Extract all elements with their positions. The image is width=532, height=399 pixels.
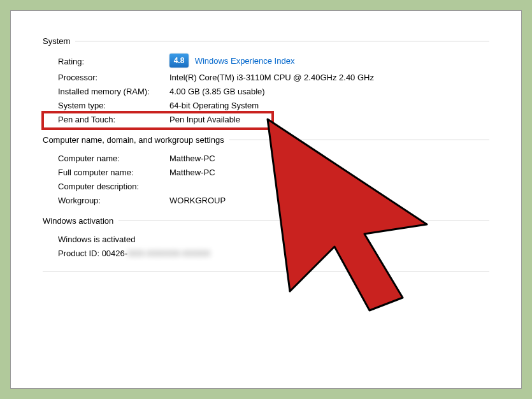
computer-name-label: Computer name:	[58, 154, 169, 163]
ram-row: Installed memory (RAM): 4.00 GB (3.85 GB…	[43, 84, 489, 98]
section-title: Computer name, domain, and workgroup set…	[43, 135, 229, 145]
product-id-prefix: 00426-	[102, 249, 127, 258]
pen-touch-label: Pen and Touch:	[58, 115, 169, 124]
rating-value: 4.8 Windows Experience Index	[169, 54, 489, 68]
system-type-row: System type: 64-bit Operating System	[43, 98, 489, 112]
full-computer-name-row: Full computer name: Matthew-PC	[43, 165, 489, 179]
pen-touch-value: Pen Input Available	[169, 115, 489, 124]
computer-description-row: Computer description:	[43, 179, 489, 193]
computer-name-row: Computer name: Matthew-PC	[43, 151, 489, 165]
system-section: System Rating: 4.8 Windows Experience In…	[43, 36, 489, 126]
windows-experience-index-link[interactable]: Windows Experience Index	[195, 56, 295, 66]
rating-badge: 4.8	[169, 54, 189, 68]
workgroup-value: WORKGROUP	[169, 196, 489, 205]
computer-name-value: Matthew-PC	[169, 154, 489, 163]
full-computer-name-value: Matthew-PC	[169, 168, 489, 177]
rating-row: Rating: 4.8 Windows Experience Index	[43, 52, 489, 70]
pen-touch-row: Pen and Touch: Pen Input Available	[43, 112, 489, 126]
product-id-label: Product ID:	[58, 249, 102, 258]
section-title: Windows activation	[43, 216, 119, 226]
section-title: System	[43, 36, 75, 46]
activation-status-row: Windows is activated	[43, 232, 489, 246]
processor-row: Processor: Intel(R) Core(TM) i3-3110M CP…	[43, 70, 489, 84]
system-type-value: 64-bit Operating System	[169, 101, 489, 110]
divider	[229, 140, 489, 140]
system-type-label: System type:	[58, 101, 169, 110]
section-header-system: System	[43, 36, 489, 46]
ram-label: Installed memory (RAM):	[58, 87, 169, 96]
full-computer-name-label: Full computer name:	[58, 168, 169, 177]
processor-value: Intel(R) Core(TM) i3-3110M CPU @ 2.40GHz…	[169, 73, 489, 82]
section-header-computer: Computer name, domain, and workgroup set…	[43, 135, 489, 145]
workgroup-label: Workgroup:	[58, 196, 169, 205]
rating-label: Rating:	[58, 57, 169, 66]
processor-label: Processor:	[58, 73, 169, 82]
product-id-hidden: XXX-XXXXXX-XXXXX	[127, 249, 210, 258]
activation-status: Windows is activated	[58, 235, 135, 244]
workgroup-row: Workgroup: WORKGROUP	[43, 193, 489, 207]
divider	[75, 41, 489, 41]
ram-value: 4.00 GB (3.85 GB usable)	[169, 87, 489, 96]
divider	[119, 221, 489, 221]
product-id-row: Product ID: 00426-XXX-XXXXXX-XXXXX	[43, 246, 489, 260]
computer-description-label: Computer description:	[58, 182, 169, 191]
section-header-activation: Windows activation	[43, 216, 489, 226]
divider	[43, 272, 489, 272]
system-properties-page: System Rating: 4.8 Windows Experience In…	[10, 10, 522, 389]
activation-section: Windows activation Windows is activated …	[43, 216, 489, 260]
product-id: Product ID: 00426-XXX-XXXXXX-XXXXX	[58, 249, 210, 258]
computer-section: Computer name, domain, and workgroup set…	[43, 135, 489, 207]
